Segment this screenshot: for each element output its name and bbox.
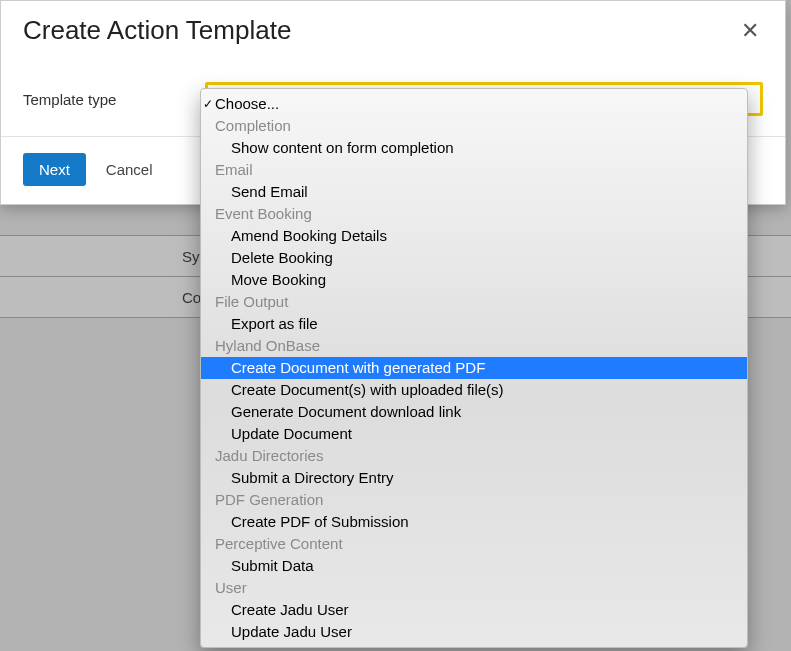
dropdown-option[interactable]: Move Booking [201, 269, 747, 291]
dropdown-group-label: File Output [201, 291, 747, 313]
dropdown-group-label: Hyland OnBase [201, 335, 747, 357]
dropdown-group-label: User [201, 577, 747, 599]
dropdown-option[interactable]: Amend Booking Details [201, 225, 747, 247]
modal-header: Create Action Template ✕ [1, 1, 785, 52]
dropdown-option[interactable]: Create PDF of Submission [201, 511, 747, 533]
dropdown-group-label: Email [201, 159, 747, 181]
dropdown-option[interactable]: Delete Booking [201, 247, 747, 269]
dropdown-group-label: Completion [201, 115, 747, 137]
dropdown-option[interactable]: Export as file [201, 313, 747, 335]
next-button[interactable]: Next [23, 153, 86, 186]
cancel-button[interactable]: Cancel [106, 161, 153, 178]
dropdown-group-label: Perceptive Content [201, 533, 747, 555]
dropdown-group-label: PDF Generation [201, 489, 747, 511]
close-icon[interactable]: ✕ [737, 16, 763, 46]
template-type-dropdown[interactable]: Choose...CompletionShow content on form … [200, 88, 748, 648]
dropdown-option[interactable]: Generate Document download link [201, 401, 747, 423]
dropdown-option[interactable]: Send Email [201, 181, 747, 203]
modal-title: Create Action Template [23, 15, 291, 46]
dropdown-group-label: Event Booking [201, 203, 747, 225]
dropdown-option[interactable]: Show content on form completion [201, 137, 747, 159]
dropdown-option[interactable]: Create Document with generated PDF [201, 357, 747, 379]
dropdown-option[interactable]: Create Jadu User [201, 599, 747, 621]
dropdown-option[interactable]: Update Document [201, 423, 747, 445]
dropdown-option[interactable]: Update Jadu User [201, 621, 747, 643]
dropdown-group-label: Jadu Directories [201, 445, 747, 467]
dropdown-option[interactable]: Submit Data [201, 555, 747, 577]
dropdown-option-choose[interactable]: Choose... [201, 93, 747, 115]
dropdown-option[interactable]: Create Document(s) with uploaded file(s) [201, 379, 747, 401]
dropdown-option[interactable]: Submit a Directory Entry [201, 467, 747, 489]
template-type-label: Template type [23, 91, 173, 108]
